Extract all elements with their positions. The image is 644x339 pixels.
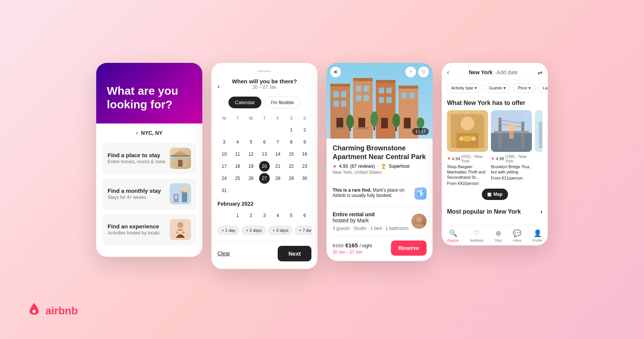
- cal-day-jan14[interactable]: 14: [272, 149, 283, 159]
- wishlist-button[interactable]: ♡: [418, 67, 429, 77]
- cal-day-jan18[interactable]: 18: [232, 161, 243, 172]
- week-2: 3 4 5 6 7 8 9: [217, 136, 311, 148]
- svg-rect-66: [521, 122, 524, 148]
- cal-day-jan12[interactable]: 12: [246, 149, 256, 159]
- cal-day-jan6[interactable]: 6: [259, 137, 270, 147]
- cal-day-feb2[interactable]: 2: [246, 210, 256, 221]
- quick-3days[interactable]: + 3 days: [268, 226, 292, 235]
- cal-day-jan10[interactable]: 10: [219, 149, 230, 159]
- cal-day-jan25[interactable]: 25: [232, 173, 243, 184]
- cal-day-jan13[interactable]: 13: [259, 149, 270, 159]
- week-4: 17 18 19 20 21 22 23: [217, 161, 311, 172]
- nav-explore[interactable]: 🔍 Explore: [447, 229, 459, 242]
- exp-card-3[interactable]: ♡: [535, 110, 542, 186]
- svg-rect-20: [353, 80, 373, 139]
- cal-day-feb4[interactable]: 4: [272, 210, 283, 221]
- nav-inbox[interactable]: 💬 Inbox: [513, 229, 521, 242]
- nav-wishlists[interactable]: ♡ Wishlists: [470, 229, 484, 242]
- nav-profile[interactable]: 👤 Profile: [533, 229, 542, 242]
- exp-card-2[interactable]: ♡ ★ 4.98 (188) · New York Brooklyn Bridg…: [491, 110, 532, 186]
- option-monthly-card[interactable]: Find a monthly stay Stays for 4+ weeks: [102, 178, 196, 210]
- svg-rect-41: [358, 118, 365, 128]
- svg-rect-36: [379, 97, 384, 103]
- cal-day-jan11[interactable]: 11: [232, 149, 243, 159]
- filter-chips: Activity type ▾ Guests ▾ Price ▾ Lan: [442, 80, 548, 96]
- quick-1day[interactable]: + 1 day: [217, 226, 239, 235]
- calendar-back-arrow[interactable]: ‹: [217, 83, 220, 91]
- cal-day-jan4[interactable]: 4: [232, 137, 243, 147]
- svg-rect-45: [357, 127, 368, 129]
- option-place-subtitle: Entire homes, rooms & more: [108, 159, 166, 164]
- tab-flexible[interactable]: I'm flexible: [264, 97, 300, 108]
- tab-calendar[interactable]: Calendar: [228, 97, 261, 108]
- exp-card-2-heart[interactable]: ♡: [525, 112, 530, 119]
- cal-day-jan23[interactable]: 23: [299, 161, 310, 172]
- price-unit: / night: [360, 243, 372, 248]
- superhost-label: Superhost: [389, 164, 410, 169]
- cal-day-feb6[interactable]: 6: [299, 210, 310, 221]
- screen4-title: New York · Add date: [469, 69, 517, 75]
- filter-icon[interactable]: ⇌: [538, 69, 542, 76]
- quick-7days[interactable]: + 7 days: [295, 226, 311, 235]
- chip-language[interactable]: Lan: [538, 83, 548, 93]
- svg-rect-4: [174, 157, 177, 160]
- airbnb-logo: airbnb: [27, 302, 78, 320]
- divider-1: [333, 180, 427, 180]
- nav-trips[interactable]: ⊕ Trips: [494, 229, 502, 242]
- quick-2days[interactable]: + 2 days: [242, 226, 266, 235]
- diamond-icon: 💎: [414, 187, 427, 200]
- option-experience-card[interactable]: Find an experience Activities hosted by …: [102, 214, 196, 245]
- cal-day-jan28[interactable]: 28: [272, 173, 283, 184]
- cal-day-jan7[interactable]: 7: [272, 137, 283, 147]
- chip-activity-type[interactable]: Activity type ▾: [446, 83, 482, 93]
- cal-day-jan21[interactable]: 21: [272, 161, 283, 172]
- cal-day-jan17[interactable]: 17: [219, 161, 230, 172]
- bottom-navigation: 🔍 Explore ♡ Wishlists ⊕ Trips 💬 Inbox 👤 …: [442, 225, 548, 245]
- cal-day-jan26[interactable]: 26: [246, 173, 256, 184]
- chip-guests[interactable]: Guests ▾: [484, 83, 511, 93]
- cal-day-feb5[interactable]: 5: [286, 210, 297, 221]
- clear-button[interactable]: Clear: [217, 250, 230, 256]
- cal-day-jan27[interactable]: 27: [259, 173, 270, 184]
- cal-day-jan24[interactable]: 24: [219, 173, 230, 184]
- map-button[interactable]: ▦ Map: [482, 189, 508, 200]
- cal-day-jan19[interactable]: 19: [246, 161, 256, 172]
- screen3-listing-detail: 1 / 17 ✕ ↑ ♡ Charming Brownstone Apartme…: [327, 63, 433, 261]
- cal-day-jan22[interactable]: 22: [286, 161, 297, 172]
- cal-day-jan20[interactable]: 20: [259, 161, 270, 172]
- cal-day-jan8[interactable]: 8: [286, 137, 297, 147]
- cal-day-jan5[interactable]: 5: [246, 137, 256, 147]
- close-button[interactable]: ✕: [330, 67, 341, 77]
- cal-day-jan2[interactable]: 2: [299, 125, 310, 135]
- screen4-back-arrow[interactable]: ‹: [447, 69, 449, 76]
- svg-rect-25: [399, 86, 418, 89]
- svg-rect-37: [386, 97, 392, 103]
- exp-card-2-title: Brooklyn Bridge Tour, but with yelling: [491, 164, 532, 175]
- logo-text: airbnb: [45, 305, 78, 317]
- calendar-date-range: 20 – 27 Jan: [232, 84, 297, 90]
- profile-label: Profile: [533, 239, 542, 242]
- exp-card-1-heart[interactable]: ♡: [481, 112, 486, 119]
- price-new: €165 / night: [345, 242, 372, 248]
- cal-day-jan9[interactable]: 9: [299, 137, 310, 147]
- cal-day-feb1[interactable]: 1: [232, 210, 243, 221]
- cal-day-feb3[interactable]: 3: [259, 210, 270, 221]
- share-button[interactable]: ↑: [405, 67, 416, 77]
- cal-day-jan15[interactable]: 15: [286, 149, 297, 159]
- cal-day-jan29[interactable]: 29: [286, 173, 297, 184]
- chip-price[interactable]: Price ▾: [513, 83, 536, 93]
- exp-card-1[interactable]: ♡ ★ 4.94 (492) · New York Shop Bargain M…: [447, 110, 488, 186]
- next-button[interactable]: Next: [278, 246, 311, 261]
- cal-day-jan1[interactable]: 1: [286, 125, 297, 135]
- chevron-right-icon[interactable]: ›: [541, 208, 542, 215]
- cal-day-jan16[interactable]: 16: [299, 149, 310, 159]
- cal-day-jan3[interactable]: 3: [219, 137, 230, 147]
- week-5: 24 25 26 27 28 29 30: [217, 173, 311, 184]
- cal-day-jan31[interactable]: 31: [219, 185, 230, 196]
- svg-rect-33: [364, 95, 369, 101]
- cal-day-jan30[interactable]: 30: [299, 173, 310, 184]
- option-place-card[interactable]: Find a place to stay Entire homes, rooms…: [102, 142, 196, 174]
- reserve-button[interactable]: Reserve: [391, 241, 427, 256]
- back-arrow-icon[interactable]: ‹: [136, 130, 138, 136]
- map-btn-container: ▦ Map: [447, 189, 542, 203]
